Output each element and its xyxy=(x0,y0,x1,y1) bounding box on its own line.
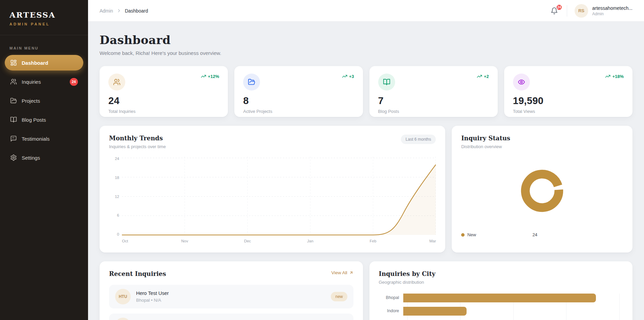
trend-value: +2 xyxy=(484,74,489,79)
trend-badge: +2 xyxy=(477,74,489,79)
y-tick: 12 xyxy=(109,195,119,199)
eye-icon xyxy=(513,74,530,91)
bar xyxy=(403,307,467,316)
card-subtitle: Distribution overview xyxy=(461,144,510,149)
card-title: Inquiries by City xyxy=(379,270,435,277)
stat-label: Total Inquiries xyxy=(108,109,219,114)
view-all-link[interactable]: View All xyxy=(331,270,353,275)
sidebar-item-label: Inquiries xyxy=(22,79,41,85)
breadcrumb: Admin Dashboard xyxy=(100,8,148,14)
stat-value: 7 xyxy=(378,95,489,106)
notifications-count-badge: 24 xyxy=(556,4,562,11)
card-title: Recent Inquiries xyxy=(109,270,166,277)
avatar: RS xyxy=(575,4,588,18)
main-menu: Dashboard Inquiries 24 Projects Blog Pos… xyxy=(0,55,88,165)
card-title: Inquiry Status xyxy=(461,135,510,142)
book-open-icon xyxy=(378,74,395,91)
stat-label: Blog Posts xyxy=(378,109,489,114)
chevron-right-icon xyxy=(116,8,122,13)
inquiry-list: HTU Hero Test User Bhopal • N/A new VK V… xyxy=(109,285,353,320)
stat-card-blog-posts: +2 7 Blog Posts xyxy=(369,66,498,117)
breadcrumb-root[interactable]: Admin xyxy=(100,8,113,14)
inquiry-name: Hero Test User xyxy=(136,291,169,296)
bottom-row: Recent Inquiries View All HTU Hero Test … xyxy=(100,261,632,320)
legend-value: 24 xyxy=(532,232,537,237)
quote-bubble-icon xyxy=(10,135,17,142)
avatar: HTU xyxy=(115,289,131,304)
stat-label: Total Views xyxy=(513,109,624,114)
sidebar-item-dashboard[interactable]: Dashboard xyxy=(5,55,83,71)
menu-section-label: MAIN MENU xyxy=(9,46,79,50)
breadcrumb-current: Dashboard xyxy=(125,8,148,14)
inquiry-status-card: Inquiry Status Distribution overview New… xyxy=(452,126,632,253)
main-column: Admin Dashboard 24 RS artessahometech...… xyxy=(88,0,644,320)
sidebar-item-testimonials[interactable]: Testimonials xyxy=(5,131,83,146)
donut-svg xyxy=(516,165,568,217)
bar-row-bhopal: Bhopal xyxy=(379,294,623,302)
stat-card-total-inquiries: +12% 24 Total Inquiries xyxy=(100,66,228,117)
stat-card-total-views: +18% 19,590 Total Views xyxy=(504,66,632,117)
topbar: Admin Dashboard 24 RS artessahometech...… xyxy=(88,0,644,22)
trend-value: +3 xyxy=(349,74,354,79)
inquiries-by-city-heading: Inquiries by City Geographic distributio… xyxy=(379,270,435,285)
sidebar-item-projects[interactable]: Projects xyxy=(5,93,83,108)
users-icon xyxy=(108,74,125,91)
sidebar-item-label: Blog Posts xyxy=(22,117,46,123)
sidebar-item-settings[interactable]: Settings xyxy=(5,150,83,165)
trend-value: +18% xyxy=(612,74,624,79)
list-item-vivek-kumar[interactable]: VK Vivek Kumar Indore • ₹50 Lakh+ new xyxy=(109,314,353,320)
status-badge: new xyxy=(331,292,347,301)
x-tick: Oct xyxy=(122,239,128,243)
sidebar-item-blog-posts[interactable]: Blog Posts xyxy=(5,112,83,127)
donut-legend: New 24 xyxy=(461,232,623,240)
x-axis: Oct Nov Dec Jan Feb Mar xyxy=(122,236,436,244)
y-tick: 24 xyxy=(109,157,119,161)
donut-chart xyxy=(461,149,623,232)
inquiry-info: Hero Test User Bhopal • N/A xyxy=(136,291,169,303)
trend-value: +12% xyxy=(208,74,219,79)
dashboard-icon xyxy=(10,59,17,66)
monthly-trends-heading: Monthly Trends Inquiries & projects over… xyxy=(109,135,166,149)
bar-row-indore: Indore xyxy=(379,307,623,316)
line-plot xyxy=(122,157,436,236)
bar-label: Bhopal xyxy=(379,295,403,301)
line-chart: 24 18 12 6 0 xyxy=(109,157,436,244)
line-plot-svg xyxy=(122,157,436,236)
stat-label: Active Projects xyxy=(243,109,354,114)
y-tick: 6 xyxy=(109,213,119,217)
range-selector[interactable]: Last 6 months xyxy=(401,135,436,144)
legend-dot-icon xyxy=(461,233,465,237)
card-subtitle: Geographic distribution xyxy=(379,280,435,285)
user-menu[interactable]: RS artessahometech... Admin xyxy=(575,4,632,18)
monthly-trends-card: Monthly Trends Inquiries & projects over… xyxy=(100,126,445,253)
trending-up-icon xyxy=(342,74,347,79)
trending-up-icon xyxy=(477,74,482,79)
notifications-button[interactable]: 24 xyxy=(551,6,559,15)
page-title: Dashboard xyxy=(100,33,632,47)
trend-badge: +3 xyxy=(342,74,354,79)
users-icon xyxy=(10,78,17,85)
list-item-hero-test-user[interactable]: HTU Hero Test User Bhopal • N/A new xyxy=(109,285,353,308)
inquiries-by-city-card: Inquiries by City Geographic distributio… xyxy=(369,261,633,320)
sidebar: ARTESSA ADMIN PANEL MAIN MENU Dashboard … xyxy=(0,0,88,320)
x-tick: Feb xyxy=(370,239,377,243)
stat-value: 8 xyxy=(243,95,354,106)
sidebar-item-inquiries[interactable]: Inquiries 24 xyxy=(5,74,83,89)
avatar: VK xyxy=(115,318,131,320)
y-tick: 0 xyxy=(109,232,119,236)
y-tick: 18 xyxy=(109,176,119,180)
sidebar-item-label: Testimonials xyxy=(22,136,50,142)
card-title: Monthly Trends xyxy=(109,135,166,142)
dashboard-content: Dashboard Welcome back, Richa! Here's yo… xyxy=(88,22,644,320)
x-tick: Jan xyxy=(307,239,314,243)
sidebar-item-label: Dashboard xyxy=(22,60,48,66)
legend-label: New xyxy=(467,232,476,237)
y-axis: 24 18 12 6 0 xyxy=(109,157,122,244)
logo: ARTESSA ADMIN PANEL xyxy=(0,0,88,35)
x-tick: Mar xyxy=(429,239,436,243)
card-subtitle: Inquiries & projects over time xyxy=(109,144,166,149)
user-info: artessahometech... Admin xyxy=(592,5,632,16)
inquiry-status-heading: Inquiry Status Distribution overview xyxy=(461,135,510,149)
gear-icon xyxy=(10,154,17,161)
trend-badge: +18% xyxy=(605,74,624,79)
